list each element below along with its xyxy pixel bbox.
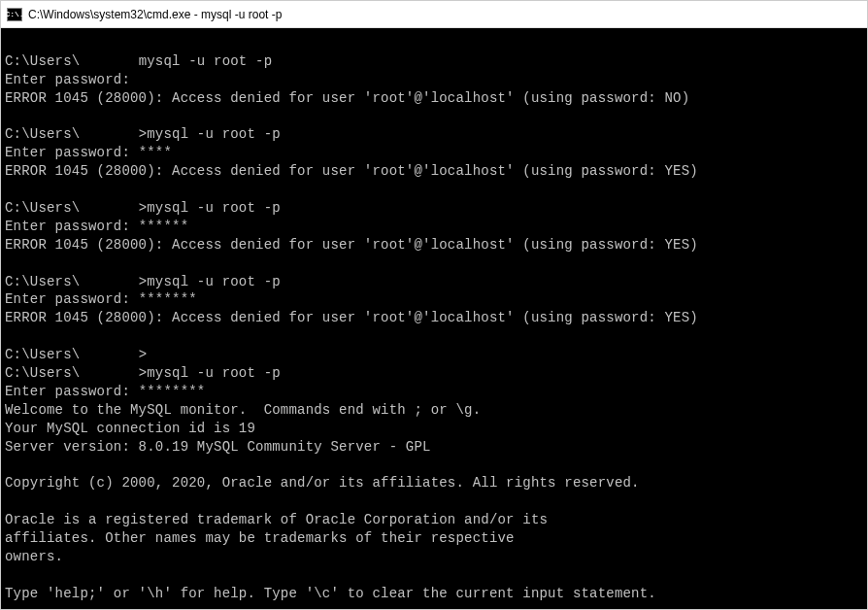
enter-password: Enter password: ****** [5, 218, 863, 236]
blank-line [5, 254, 863, 273]
error-line: ERROR 1045 (28000): Access denied for us… [5, 89, 863, 108]
trademark-line: Oracle is a registered trademark of Orac… [5, 511, 863, 529]
trademark-line: owners. [5, 548, 863, 566]
welcome-line: Welcome to the MySQL monitor. Commands e… [5, 401, 863, 420]
error-line: ERROR 1045 (28000): Access denied for us… [5, 309, 863, 327]
redacted-user [80, 346, 138, 364]
window-title: C:\Windows\system32\cmd.exe - mysql -u r… [28, 8, 282, 21]
trademark-line: affiliates. Other names may be trademark… [5, 529, 863, 548]
copyright-line: Copyright (c) 2000, 2020, Oracle and/or … [5, 474, 863, 492]
blank-line [5, 327, 863, 346]
blank-line [5, 181, 863, 199]
attempt-prompt: C:\Users\ >mysql -u root -p [5, 199, 863, 218]
redacted-user [80, 273, 138, 291]
terminal-output[interactable]: C:\Users\ mysql -u root -pEnter password… [1, 28, 867, 609]
server-version-line: Server version: 8.0.19 MySQL Community S… [5, 438, 863, 457]
error-line: ERROR 1045 (28000): Access denied for us… [5, 162, 863, 181]
error-line: ERROR 1045 (28000): Access denied for us… [5, 236, 863, 254]
connection-id-line: Your MySQL connection id is 19 [5, 420, 863, 438]
blank-line [5, 34, 863, 52]
enter-password: Enter password: ******* [5, 290, 863, 309]
blank-line [5, 603, 863, 609]
redacted-user [80, 199, 138, 218]
redacted-user [80, 52, 138, 71]
attempt-prompt: C:\Users\ >mysql -u root -p [5, 125, 863, 144]
success-prompt: C:\Users\ >mysql -u root -p [5, 364, 863, 383]
blank-prompt: C:\Users\ > [5, 346, 863, 364]
blank-line [5, 456, 863, 474]
cmd-window: C:\. C:\Windows\system32\cmd.exe - mysql… [0, 0, 868, 610]
enter-password: Enter password: **** [5, 144, 863, 162]
attempt-prompt: C:\Users\ mysql -u root -p [5, 52, 863, 71]
help-line: Type 'help;' or '\h' for help. Type '\c'… [5, 585, 863, 603]
cmd-icon: C:\. [7, 8, 22, 21]
title-bar[interactable]: C:\. C:\Windows\system32\cmd.exe - mysql… [1, 1, 867, 28]
redacted-user [80, 125, 138, 144]
blank-line [5, 492, 863, 511]
attempt-prompt: C:\Users\ >mysql -u root -p [5, 273, 863, 291]
blank-line [5, 566, 863, 585]
enter-password: Enter password: ******** [5, 383, 863, 401]
enter-password: Enter password: [5, 71, 863, 89]
blank-line [5, 108, 863, 126]
redacted-user [80, 364, 138, 383]
